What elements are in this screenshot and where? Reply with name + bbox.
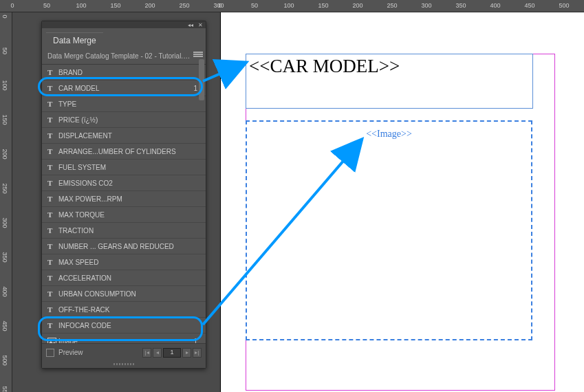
field-label: BRAND bbox=[58, 69, 197, 76]
image-frame[interactable]: <<Image>> bbox=[246, 120, 532, 340]
ruler-tick: 100 bbox=[76, 2, 86, 9]
field-displacement[interactable]: TDISPLACEMENT bbox=[42, 128, 206, 144]
field-urban-consumption[interactable]: TURBAN CONSUMPTION bbox=[42, 286, 206, 302]
field-label: TRACTION bbox=[58, 227, 197, 235]
image-field-icon bbox=[47, 338, 58, 344]
text-field-icon: T bbox=[47, 147, 58, 155]
field-arrange-umber-of-cylinders[interactable]: TARRANGE...UMBER OF CYLINDERS bbox=[42, 144, 206, 160]
ruler-tick: 300 bbox=[421, 2, 431, 9]
ruler-tick: 50 bbox=[251, 2, 258, 9]
ruler-tick: 50 bbox=[1, 47, 8, 54]
ruler-tick: 100 bbox=[1, 80, 8, 90]
nav-page-input[interactable]: 1 bbox=[163, 348, 181, 358]
panel-resize-grip[interactable] bbox=[42, 361, 206, 368]
field-brand[interactable]: TBRAND bbox=[42, 65, 206, 80]
field-label: DISPLACEMENT bbox=[58, 132, 197, 140]
panel-menu-icon[interactable] bbox=[193, 51, 203, 59]
panel-scrollbar[interactable] bbox=[199, 59, 204, 347]
ruler-tick: 350 bbox=[1, 252, 8, 262]
text-field-icon: T bbox=[47, 242, 58, 250]
text-frame-car-model[interactable]: <<CAR MODEL>> bbox=[246, 54, 533, 109]
field-label: NUMBER ... GEARS AND REDUCED bbox=[58, 243, 197, 250]
vertical-ruler: 0 50 100 150 200 250 300 350 400 450 500… bbox=[0, 12, 12, 392]
field-acceleration[interactable]: TACCELERATION bbox=[42, 270, 206, 286]
panel-collapse-icon[interactable]: ◂◂ bbox=[188, 22, 193, 28]
ruler-tick: 300 bbox=[1, 217, 8, 228]
text-field-icon: T bbox=[47, 163, 58, 171]
field-label: FUEL SYSTEM bbox=[58, 164, 197, 171]
ruler-tick: 350 bbox=[455, 2, 466, 9]
field-image[interactable]: Image1 bbox=[42, 334, 206, 343]
text-field-icon: T bbox=[47, 305, 58, 314]
field-max-torque[interactable]: TMAX TORQUE bbox=[42, 207, 206, 223]
preview-label: Preview bbox=[58, 349, 142, 356]
field-infocar-code[interactable]: TINFOCAR CODE bbox=[42, 318, 206, 334]
field-label: MAX TORQUE bbox=[58, 211, 197, 219]
scrollbar-thumb[interactable] bbox=[199, 59, 204, 100]
field-price-[interactable]: TPRICE (ï¿½) bbox=[42, 112, 206, 128]
field-off-the-rack[interactable]: TOFF-THE-RACK bbox=[42, 302, 206, 318]
nav-first-button[interactable]: |◂ bbox=[142, 348, 151, 358]
ruler-tick: 150 bbox=[1, 114, 8, 124]
ruler-tick: 550 bbox=[1, 386, 8, 392]
ruler-tick: 450 bbox=[1, 320, 8, 331]
panel-tab-data-merge[interactable]: Data Merge bbox=[46, 32, 103, 48]
field-list[interactable]: TBRANDTCAR MODEL1TTYPETPRICE (ï¿½)TDISPL… bbox=[42, 65, 206, 343]
placeholder-car-model: <<CAR MODEL>> bbox=[246, 54, 532, 78]
preview-checkbox[interactable] bbox=[46, 349, 54, 357]
ruler-tick: 150 bbox=[110, 2, 120, 9]
ruler-tick: 0 bbox=[218, 2, 221, 9]
ruler-tick: 0 bbox=[1, 14, 8, 18]
field-emissions-co2[interactable]: TEMISSIONS CO2 bbox=[42, 175, 206, 191]
field-label: TYPE bbox=[58, 100, 197, 108]
panel-close-icon[interactable]: ✕ bbox=[198, 22, 203, 28]
field-label: OFF-THE-RACK bbox=[58, 306, 197, 314]
data-merge-panel[interactable]: ◂◂ ✕ Data Merge Data Merge Catalog Templ… bbox=[41, 21, 206, 369]
ruler-tick: 400 bbox=[490, 2, 500, 9]
field-label: ACCELERATION bbox=[58, 274, 197, 282]
text-field-icon: T bbox=[47, 195, 58, 203]
ruler-tick: 150 bbox=[318, 2, 328, 9]
datasource-label: Data Merge Catalog Template - 02 - Tutor… bbox=[47, 52, 193, 60]
field-traction[interactable]: TTRACTION bbox=[42, 223, 206, 239]
nav-last-button[interactable]: ▸| bbox=[193, 348, 202, 358]
ruler-tick: 250 bbox=[179, 2, 189, 9]
field-car-model[interactable]: TCAR MODEL1 bbox=[42, 80, 206, 96]
text-field-icon: T bbox=[47, 210, 58, 219]
text-field-icon: T bbox=[47, 131, 58, 140]
text-field-icon: T bbox=[47, 321, 58, 329]
field-fuel-system[interactable]: TFUEL SYSTEM bbox=[42, 160, 206, 175]
nav-next-button[interactable]: ▸ bbox=[182, 348, 191, 358]
placeholder-image: <<Image>> bbox=[366, 129, 412, 140]
horizontal-ruler: 0 50 100 150 200 250 300 0 50 100 150 20… bbox=[0, 0, 584, 12]
text-field-icon: T bbox=[47, 290, 58, 298]
nav-prev-button[interactable]: ◂ bbox=[153, 348, 162, 358]
field-max-speed[interactable]: TMAX SPEED bbox=[42, 254, 206, 270]
text-field-icon: T bbox=[47, 226, 58, 235]
field-label: URBAN CONSUMPTION bbox=[58, 290, 197, 298]
ruler-tick: 500 bbox=[1, 355, 8, 365]
text-field-icon: T bbox=[47, 68, 58, 76]
ruler-tick: 50 bbox=[43, 2, 50, 9]
ruler-tick: 200 bbox=[352, 2, 363, 9]
text-field-icon: T bbox=[47, 274, 58, 282]
text-field-icon: T bbox=[47, 84, 58, 92]
field-label: PRICE (ï¿½) bbox=[58, 116, 197, 124]
field-label: MAX SPEED bbox=[58, 259, 197, 266]
text-field-icon: T bbox=[47, 179, 58, 187]
field-max-power-rpm[interactable]: TMAX POWER...RPM bbox=[42, 191, 206, 207]
panel-header[interactable]: ◂◂ ✕ bbox=[42, 21, 206, 28]
ruler-tick: 0 bbox=[10, 2, 14, 9]
ruler-tick: 100 bbox=[283, 2, 294, 9]
panel-datasource: Data Merge Catalog Template - 02 - Tutor… bbox=[42, 48, 206, 65]
ruler-tick: 200 bbox=[1, 149, 8, 159]
field-label: CAR MODEL bbox=[58, 85, 193, 92]
field-label: ARRANGE...UMBER OF CYLINDERS bbox=[58, 148, 197, 155]
field-type[interactable]: TTYPE bbox=[42, 96, 206, 112]
ruler-tick: 500 bbox=[559, 2, 569, 9]
ruler-tick: 200 bbox=[144, 2, 155, 9]
field-label: MAX POWER...RPM bbox=[58, 195, 197, 203]
text-field-icon: T bbox=[47, 100, 58, 108]
field-number-gears-and-reduced[interactable]: TNUMBER ... GEARS AND REDUCED bbox=[42, 239, 206, 254]
text-field-icon: T bbox=[47, 116, 58, 124]
